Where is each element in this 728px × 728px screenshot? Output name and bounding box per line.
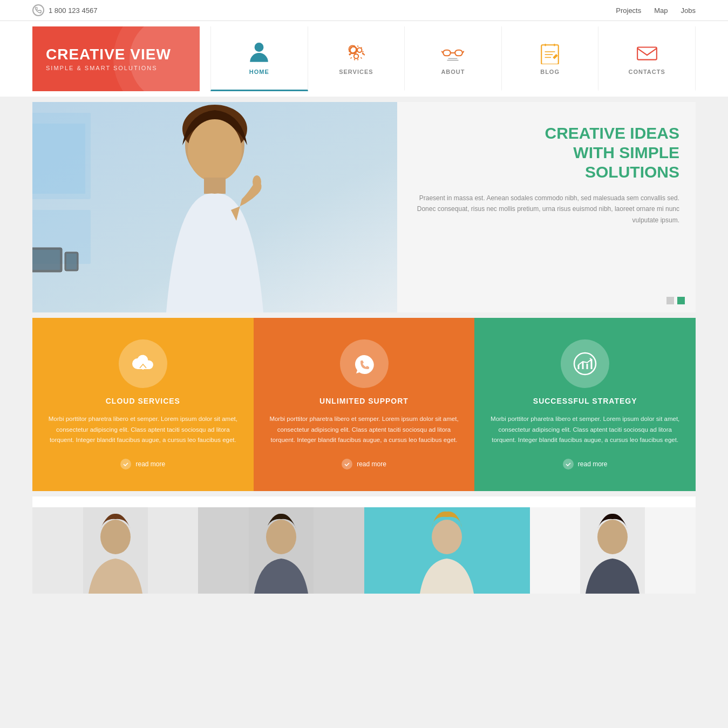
topbar-nav: Projects Map Jobs — [616, 6, 696, 15]
team-photo-4 — [530, 507, 696, 594]
svg-rect-28 — [32, 250, 60, 270]
nav-home-label: HOME — [249, 69, 269, 75]
nav-item-contacts[interactable]: CONTACTS — [598, 26, 696, 91]
svg-rect-25 — [204, 178, 226, 194]
strategy-read-more[interactable]: read more — [563, 459, 608, 470]
nav-item-home[interactable]: HOME — [210, 26, 308, 91]
svg-point-0 — [255, 43, 264, 52]
topbar-projects[interactable]: Projects — [616, 6, 641, 15]
support-title: UNLIMITED SUPPORT — [319, 397, 409, 405]
support-read-more-label: read more — [357, 460, 386, 468]
hero-content: CREATIVE IDEASWITH SIMPLESOLUTIONS Praes… — [397, 102, 696, 312]
team-member-3 — [364, 507, 530, 594]
topbar-jobs[interactable]: Jobs — [681, 6, 696, 15]
indicator-2[interactable] — [677, 297, 685, 304]
strategy-title: SUCCESSFUL STRATEGY — [533, 397, 637, 405]
nav-services-label: SERVICES — [339, 69, 373, 75]
team-photo-2 — [198, 507, 364, 594]
svg-point-37 — [100, 520, 131, 554]
cloud-title: CLOUD SERVICES — [106, 397, 180, 405]
topbar-map[interactable]: Map — [654, 6, 668, 15]
team-member-2 — [198, 507, 364, 594]
cloud-desc: Morbi porttitor pharetra libero et sempe… — [46, 414, 240, 446]
svg-rect-30 — [66, 254, 77, 269]
support-read-more[interactable]: read more — [342, 459, 386, 470]
cloud-read-more-label: read more — [135, 460, 165, 468]
logo-subtitle: SIMPLE & SMART SOLUTIONS — [46, 65, 186, 71]
phone-icon — [32, 4, 44, 16]
service-card-support: UNLIMITED SUPPORT Morbi porttitor pharet… — [254, 318, 475, 491]
header: CREATIVE VIEW SIMPLE & SMART SOLUTIONS H… — [0, 21, 728, 97]
phone-number: 1 800 123 4567 — [49, 6, 97, 15]
strategy-icon-circle — [561, 339, 609, 388]
team-member-4 — [530, 507, 696, 594]
nav-blog-label: BLOG — [540, 69, 560, 75]
nav-item-blog[interactable]: BLOG — [502, 26, 599, 91]
svg-point-26 — [253, 175, 261, 188]
team-photo-3 — [364, 507, 530, 594]
svg-point-43 — [597, 520, 628, 554]
team-member-1 — [32, 507, 198, 594]
service-card-strategy: SUCCESSFUL STRATEGY Morbi porttitor phar… — [474, 318, 696, 491]
team-photo-1 — [32, 507, 198, 594]
nav-item-services[interactable]: SERVICES — [308, 26, 405, 91]
service-card-cloud: CLOUD SERVICES Morbi porttitor pharetra … — [32, 318, 254, 491]
nav-item-about[interactable]: ABOUT — [405, 26, 502, 91]
svg-rect-5 — [455, 50, 463, 56]
main-nav: HOME SERVICES — [200, 21, 696, 97]
svg-rect-20 — [32, 124, 85, 194]
strategy-read-more-label: read more — [578, 460, 608, 468]
support-icon-circle — [340, 339, 389, 388]
team-section — [32, 496, 696, 594]
indicator-1[interactable] — [666, 297, 674, 304]
strategy-desc: Morbi porttitor pharetra libero et sempe… — [488, 414, 682, 446]
cloud-icon-circle — [119, 339, 167, 388]
services-section: CLOUD SERVICES Morbi porttitor pharetra … — [32, 318, 696, 491]
logo-title: CREATIVE VIEW — [46, 46, 186, 63]
support-desc: Morbi porttitor pharetra libero et sempe… — [267, 414, 461, 446]
svg-point-41 — [432, 520, 462, 554]
phone-info: 1 800 123 4567 — [32, 4, 97, 16]
svg-point-39 — [266, 520, 296, 554]
strategy-check-icon — [563, 459, 574, 470]
hero-indicators — [666, 297, 685, 304]
nav-contacts-label: CONTACTS — [629, 69, 665, 75]
hero-image — [32, 102, 397, 312]
svg-point-24 — [188, 119, 242, 182]
hero-title: CREATIVE IDEASWITH SIMPLESOLUTIONS — [413, 124, 679, 182]
svg-rect-4 — [444, 50, 451, 56]
svg-rect-17 — [637, 47, 657, 59]
nav-about-label: ABOUT — [441, 69, 465, 75]
hero-section: CREATIVE IDEASWITH SIMPLESOLUTIONS Praes… — [32, 102, 696, 312]
svg-point-3 — [354, 54, 358, 58]
cloud-check-icon — [120, 459, 131, 470]
topbar: 1 800 123 4567 Projects Map Jobs — [0, 0, 728, 21]
svg-point-31 — [574, 353, 596, 375]
support-check-icon — [342, 459, 352, 470]
cloud-read-more[interactable]: read more — [120, 459, 165, 470]
logo-box[interactable]: CREATIVE VIEW SIMPLE & SMART SOLUTIONS — [32, 26, 200, 91]
hero-description: Praesent in massa est. Aenean sodales co… — [413, 193, 679, 226]
hero-device-icon — [32, 242, 81, 280]
